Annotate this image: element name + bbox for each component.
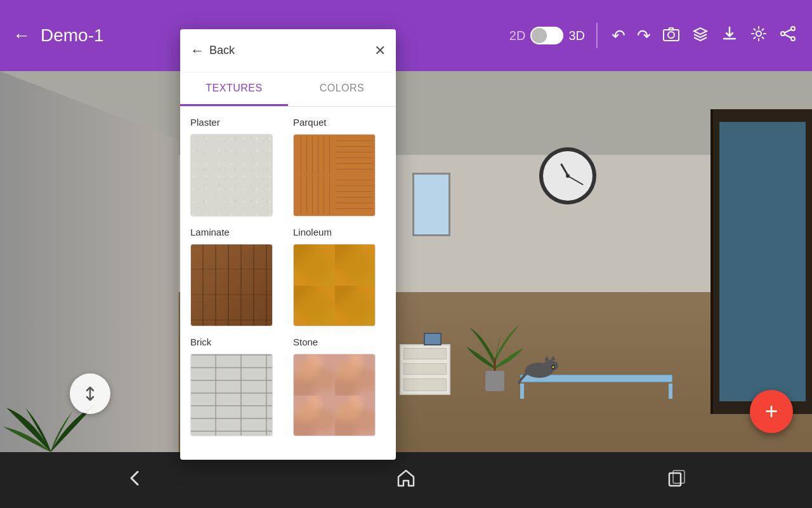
texture-section-linoleum: Linoleum bbox=[293, 227, 386, 326]
panel-header: ← Back ✕ bbox=[180, 29, 396, 72]
top-bar: ← Demo-1 2D 3D ↶ ↷ bbox=[0, 0, 812, 71]
texture-labels-row-1: Plaster Parquet bbox=[190, 117, 386, 217]
settings-icon[interactable] bbox=[747, 22, 770, 50]
panel-close-button[interactable]: ✕ bbox=[374, 43, 386, 59]
tab-colors[interactable]: COLORS bbox=[288, 72, 396, 106]
toolbar-right: 2D 3D ↶ ↷ bbox=[509, 22, 799, 50]
texture-label-brick: Brick bbox=[190, 337, 283, 347]
texture-section-laminate: Laminate bbox=[190, 227, 283, 326]
nav-recent-svg bbox=[665, 467, 688, 490]
svg-point-5 bbox=[791, 37, 795, 41]
fab-add-button[interactable]: + bbox=[750, 390, 793, 433]
bottom-nav bbox=[0, 452, 812, 508]
texture-section-stone: Stone bbox=[293, 337, 386, 436]
door-right bbox=[710, 109, 812, 414]
svg-point-2 bbox=[756, 31, 761, 36]
room-background: + bbox=[0, 71, 812, 452]
texture-item-parquet[interactable] bbox=[293, 134, 376, 217]
texture-item-stone[interactable] bbox=[293, 354, 376, 436]
panel-back-label: Back bbox=[209, 44, 235, 57]
view-2d-label[interactable]: 2D bbox=[509, 29, 526, 43]
cat bbox=[514, 348, 565, 389]
texture-item-brick[interactable] bbox=[190, 354, 273, 436]
drawer-3 bbox=[403, 378, 447, 391]
svg-point-15 bbox=[553, 366, 554, 368]
clock bbox=[539, 147, 596, 204]
view-toggle-switch[interactable] bbox=[530, 27, 563, 44]
layers-icon[interactable] bbox=[689, 22, 712, 50]
nav-home-icon[interactable] bbox=[395, 467, 417, 494]
svg-marker-13 bbox=[551, 356, 556, 360]
texture-section-brick: Brick bbox=[190, 337, 283, 436]
tab-textures[interactable]: TEXTURES bbox=[180, 72, 288, 106]
drawer-2 bbox=[403, 363, 447, 375]
swap-button[interactable] bbox=[70, 373, 110, 414]
texture-panel: ← Back ✕ TEXTURES COLORS Plaster Parquet bbox=[180, 29, 396, 460]
panel-back-arrow-icon: ← bbox=[190, 43, 204, 59]
scene: + bbox=[0, 71, 812, 452]
cat-svg bbox=[514, 348, 565, 386]
texture-row-3: Brick Stone bbox=[190, 337, 386, 436]
texture-row-1: Plaster Parquet bbox=[190, 117, 386, 217]
clock-center bbox=[566, 174, 570, 178]
parquet-cell-2 bbox=[336, 137, 374, 175]
texture-label-parquet: Parquet bbox=[293, 117, 386, 128]
back-button[interactable]: ← bbox=[13, 25, 30, 46]
texture-item-plaster[interactable] bbox=[190, 134, 273, 217]
toggle-knob bbox=[532, 28, 547, 43]
svg-point-3 bbox=[791, 27, 795, 30]
item-on-dresser bbox=[424, 333, 442, 345]
bench-leg-2 bbox=[669, 384, 672, 399]
redo-icon[interactable]: ↷ bbox=[634, 23, 653, 48]
parquet-cell-3 bbox=[296, 177, 334, 215]
svg-line-7 bbox=[785, 34, 791, 37]
svg-rect-8 bbox=[485, 371, 504, 391]
dresser bbox=[400, 344, 450, 395]
texture-section-plaster: Plaster bbox=[190, 117, 283, 217]
clock-minute-hand bbox=[568, 175, 584, 185]
texture-labels-row-3: Brick Stone bbox=[190, 337, 386, 436]
texture-labels-row-2: Laminate Linoleum bbox=[190, 227, 386, 326]
texture-label-laminate: Laminate bbox=[190, 227, 283, 237]
svg-line-6 bbox=[785, 29, 791, 32]
nav-home-svg bbox=[395, 467, 417, 490]
camera-icon[interactable] bbox=[660, 22, 683, 50]
texture-section-parquet: Parquet bbox=[293, 117, 386, 217]
share-icon[interactable] bbox=[776, 22, 799, 50]
swap-icon bbox=[81, 385, 99, 403]
nav-recent-icon[interactable] bbox=[665, 467, 688, 494]
texture-label-plaster: Plaster bbox=[190, 117, 283, 128]
svg-point-11 bbox=[543, 360, 558, 371]
texture-label-linoleum: Linoleum bbox=[293, 227, 386, 237]
panel-tabs: TEXTURES COLORS bbox=[180, 72, 396, 107]
texture-label-stone: Stone bbox=[293, 337, 386, 347]
nav-back-svg bbox=[124, 467, 147, 490]
mirror bbox=[412, 173, 450, 236]
parquet-cell-1 bbox=[296, 137, 334, 175]
nav-back-icon[interactable] bbox=[124, 467, 147, 494]
svg-marker-12 bbox=[544, 356, 549, 361]
download-icon[interactable] bbox=[718, 22, 741, 50]
drawer-1 bbox=[403, 348, 447, 359]
door-window bbox=[719, 122, 806, 401]
parquet-cell-4 bbox=[336, 177, 374, 215]
texture-row-2: Laminate Linoleum bbox=[190, 227, 386, 326]
texture-item-laminate[interactable] bbox=[190, 244, 273, 326]
texture-item-linoleum[interactable] bbox=[293, 244, 376, 326]
panel-content: Plaster Parquet bbox=[180, 107, 396, 460]
svg-point-1 bbox=[668, 32, 674, 38]
panel-back-button[interactable]: ← Back bbox=[190, 43, 374, 59]
toolbar-divider bbox=[596, 23, 598, 48]
svg-point-4 bbox=[781, 32, 785, 36]
clock-face bbox=[543, 151, 593, 201]
view-toggle: 2D 3D bbox=[509, 27, 585, 44]
view-3d-label[interactable]: 3D bbox=[568, 29, 585, 43]
undo-icon[interactable]: ↶ bbox=[609, 23, 628, 48]
